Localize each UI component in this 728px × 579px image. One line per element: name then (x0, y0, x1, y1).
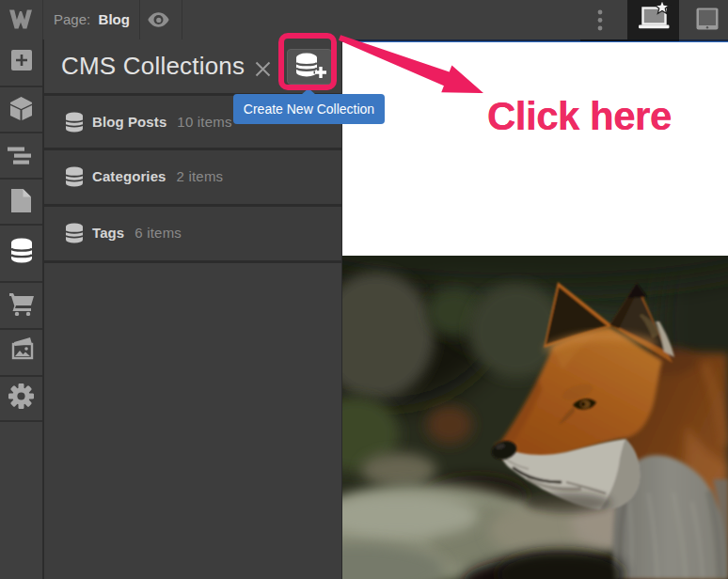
svg-text:Click here: Click here (487, 94, 672, 138)
